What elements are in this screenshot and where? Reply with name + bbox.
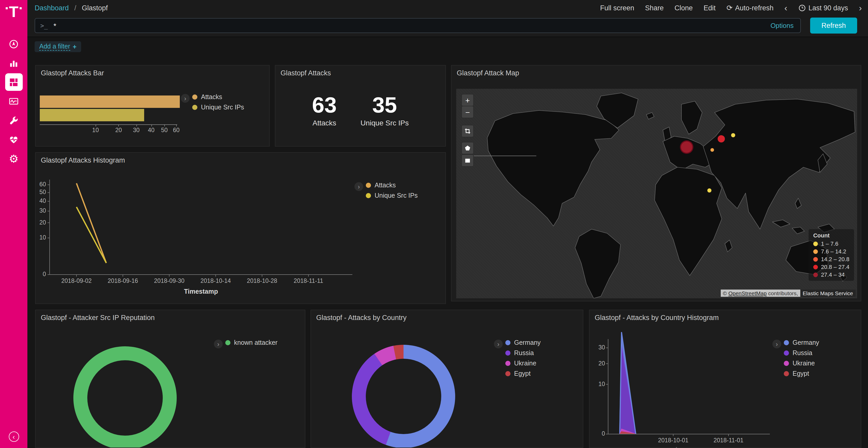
search-query-input[interactable]: >_ * Options [35, 18, 801, 33]
time-range-picker[interactable]: Last 90 days [798, 4, 848, 12]
map-count-legend: Count 1 – 7.67.6 – 14.214.2 – 20.820.8 –… [809, 229, 854, 281]
legend-item[interactable]: Unique Src IPs [192, 104, 244, 111]
top-navigation-bar: Dashboard / Glastopf Full screen Share C… [27, 0, 868, 15]
draw-rectangle-button[interactable] [461, 154, 474, 167]
legend-item[interactable]: Attacks [366, 182, 418, 189]
legend-item[interactable]: Russia [784, 349, 819, 357]
zoom-in-button[interactable]: + [461, 94, 474, 106]
expand-legend-icon[interactable] [181, 94, 190, 103]
collapse-sidebar-button[interactable]: ‹ [8, 432, 19, 442]
sidebar-item-dashboard[interactable] [5, 73, 23, 91]
sidebar-item-timelion[interactable] [5, 92, 23, 110]
chart-svg [590, 310, 861, 448]
legend-item[interactable]: Russia [505, 349, 541, 357]
panel-attack-map: Glastopf Attack Map [451, 65, 861, 302]
legend-dot [225, 340, 230, 345]
query-bar: >_ * Options Refresh [27, 15, 868, 37]
legend-item[interactable]: Egypt [505, 370, 541, 377]
auto-refresh-button[interactable]: ⟳ Auto-refresh [726, 4, 773, 12]
chart-legend: known attacker [225, 339, 277, 346]
timelion-icon [9, 96, 19, 106]
legend-item[interactable]: Attacks [192, 94, 244, 101]
tick-label: 0 [593, 430, 605, 437]
query-options-link[interactable]: Options [770, 22, 794, 29]
legend-item[interactable]: Ukraine [784, 360, 819, 367]
metric-attacks: 63 Attacks [312, 94, 337, 127]
add-filter-button[interactable]: Add a filter + [35, 41, 81, 52]
breadcrumb: Dashboard / Glastopf [35, 4, 108, 12]
sidebar-item-dev-tools[interactable] [5, 111, 23, 129]
attack-location-dot [718, 135, 725, 142]
panel-title: Glastopf - Attacks by Country [316, 314, 407, 321]
sidebar-item-management[interactable]: ⚙ [5, 150, 23, 167]
legend-label: Egypt [793, 370, 809, 377]
legend-label: Unique Src IPs [375, 192, 418, 199]
legend-label: Unique Src IPs [201, 104, 244, 111]
tick-mark [136, 125, 137, 127]
time-forward-button[interactable]: › [859, 3, 862, 12]
sidebar-item-monitoring[interactable] [5, 131, 23, 148]
legend-item[interactable]: Ukraine [505, 360, 541, 367]
zoom-out-button[interactable]: − [461, 106, 474, 118]
map-legend-row: 20.8 – 27.4 [813, 264, 849, 270]
map-legend-dot [813, 249, 818, 254]
panel-attacks-by-country-histogram: Glastopf - Attacks by Country Histogram … [589, 310, 861, 448]
world-map-svg [456, 89, 857, 298]
legend-dot [505, 340, 510, 345]
breadcrumb-dashboard-link[interactable]: Dashboard [35, 4, 69, 12]
tick-label: 40 [36, 198, 46, 204]
time-back-button[interactable]: ‹ [784, 3, 787, 12]
tick-label: 20 [111, 127, 126, 133]
sidebar-item-visualize[interactable] [5, 54, 23, 72]
plus-icon: + [73, 43, 77, 50]
wrench-icon [9, 115, 19, 125]
world-map[interactable]: + − Count 1 – 7.67.6 – 14.214.2 – 20.820… [456, 89, 857, 298]
expand-legend-icon[interactable] [772, 340, 781, 348]
panel-src-ip-reputation: Glastopf - Attacker Src IP Reputation kn… [35, 310, 305, 448]
expand-legend-icon[interactable] [214, 340, 223, 348]
sidebar-item-discover[interactable] [5, 35, 23, 53]
clock-icon [798, 4, 806, 12]
expand-legend-icon[interactable] [354, 182, 363, 191]
tick-label: 30 [129, 127, 144, 133]
tick-label: 2018-09-16 [100, 278, 146, 284]
legend-label: Attacks [201, 94, 222, 101]
expand-legend-icon[interactable] [494, 340, 503, 348]
legend-item[interactable]: known attacker [225, 339, 277, 346]
draw-polygon-button[interactable] [461, 142, 474, 154]
map-legend-dot [813, 241, 818, 246]
fit-bounds-button[interactable] [461, 125, 474, 137]
openstreetmap-link[interactable]: OpenStreetMap [728, 290, 767, 296]
query-prompt-icon: >_ [40, 22, 48, 29]
metric-group: 63 Attacks 35 Unique Src IPs [275, 94, 445, 127]
clone-button[interactable]: Clone [675, 4, 693, 12]
legend-label: Germany [793, 339, 819, 346]
share-button[interactable]: Share [645, 4, 664, 12]
tick-mark [151, 125, 152, 127]
app-navigation: ⚙ [5, 35, 23, 167]
map-legend-range: 1 – 7.6 [821, 241, 838, 247]
reputation-donut-chart [73, 346, 177, 448]
legend-item[interactable]: Germany [505, 339, 541, 346]
tick-label: 10 [36, 234, 46, 241]
legend-dot [192, 95, 197, 100]
map-legend-dot [813, 257, 818, 262]
tick-mark [176, 125, 177, 127]
legend-item[interactable]: Unique Src IPs [366, 192, 418, 199]
map-legend-range: 14.2 – 20.8 [821, 256, 849, 262]
edit-button[interactable]: Edit [704, 4, 716, 12]
telekom-logo[interactable]: T [6, 4, 22, 22]
map-attribution: © OpenStreetMap contributors, Elastic Ma… [721, 289, 856, 297]
map-legend-row: 27.4 – 34 [813, 272, 849, 278]
full-screen-button[interactable]: Full screen [600, 4, 634, 12]
bar-chart-icon [9, 58, 19, 68]
tick-mark [119, 125, 119, 127]
refresh-cycle-icon: ⟳ [726, 4, 733, 11]
tick-label: 30 [36, 207, 46, 214]
legend-dot [784, 350, 789, 356]
chart-legend: AttacksUnique Src IPs [192, 94, 244, 111]
legend-item[interactable]: Egypt [784, 370, 819, 377]
refresh-button[interactable]: Refresh [810, 18, 857, 34]
legend-item[interactable]: Germany [784, 339, 819, 346]
bar-Attacks [40, 96, 180, 108]
